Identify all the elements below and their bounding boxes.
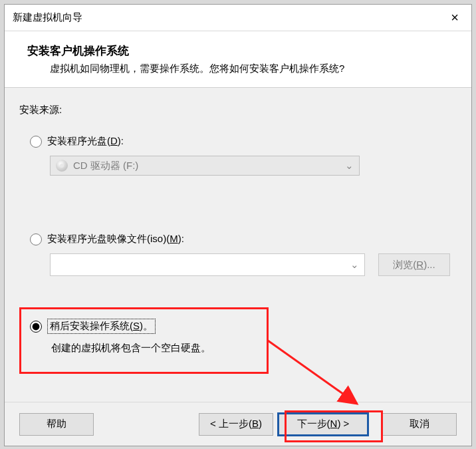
text: 稍后安装操作系统(	[50, 320, 133, 331]
close-icon: ×	[451, 10, 459, 25]
text: ) >	[337, 418, 349, 429]
wizard-header: 安装客户机操作系统 虚拟机如同物理机，需要操作系统。您将如何安装客户机操作系统?	[5, 31, 471, 88]
text: 安装程序光盘(	[47, 135, 110, 146]
cancel-button[interactable]: 取消	[382, 413, 457, 436]
browse-button[interactable]: 浏览(R)...	[378, 253, 450, 276]
iso-path-combo[interactable]: ⌄	[50, 253, 365, 276]
text: < 上一步(	[210, 418, 252, 429]
chevron-down-icon: ⌄	[345, 160, 354, 172]
chevron-down-icon: ⌄	[350, 259, 359, 271]
install-source-group: 安装程序光盘(D): CD 驱动器 (F:) ⌄ 安装程序光盘映像文件(iso)…	[30, 135, 457, 355]
back-button-label: < 上一步(B)	[210, 418, 262, 430]
option-install-later[interactable]: 稍后安装操作系统(S)。	[30, 319, 457, 334]
option-installer-disc-label: 安装程序光盘(D):	[47, 135, 124, 148]
hotkey: S	[133, 320, 140, 331]
help-button-label: 帮助	[47, 418, 66, 430]
help-button[interactable]: 帮助	[19, 413, 94, 436]
option-install-later-label: 稍后安装操作系统(S)。	[47, 319, 156, 334]
radio-iso-file[interactable]	[30, 233, 42, 245]
install-later-hint: 创建的虚拟机将包含一个空白硬盘。	[51, 342, 457, 355]
radio-install-later[interactable]	[30, 321, 42, 333]
text: ):	[178, 233, 184, 244]
text: 浏览(	[393, 259, 416, 270]
drive-select-value: CD 驱动器 (F:)	[73, 160, 138, 172]
next-button-label: 下一步(N) >	[297, 418, 350, 430]
cancel-button-label: 取消	[410, 418, 429, 430]
hotkey: M	[170, 233, 178, 244]
source-label: 安装来源:	[19, 104, 457, 116]
page-subtitle: 虚拟机如同物理机，需要操作系统。您将如何安装客户机操作系统?	[50, 63, 453, 75]
hotkey: D	[110, 135, 118, 146]
text: )...	[423, 259, 435, 270]
close-button[interactable]: ×	[439, 5, 470, 31]
titlebar: 新建虚拟机向导 ×	[5, 5, 471, 31]
wizard-window: 新建虚拟机向导 × 安装客户机操作系统 虚拟机如同物理机，需要操作系统。您将如何…	[4, 4, 472, 446]
browse-button-label: 浏览(R)...	[393, 259, 435, 271]
disc-icon	[56, 160, 68, 172]
window-title: 新建虚拟机向导	[13, 11, 82, 24]
text: )。	[140, 320, 153, 331]
wizard-footer: 帮助 < 上一步(B) 下一步(N) > 取消	[5, 402, 471, 446]
text: 下一步(	[297, 418, 330, 429]
iso-row: ⌄ 浏览(R)...	[50, 253, 457, 276]
next-button[interactable]: 下一步(N) >	[277, 412, 369, 436]
hotkey: R	[416, 259, 423, 270]
text: )	[259, 418, 262, 429]
text: 安装程序光盘映像文件(iso)(	[47, 233, 170, 244]
radio-installer-disc[interactable]	[30, 136, 42, 148]
drive-select[interactable]: CD 驱动器 (F:) ⌄	[50, 156, 360, 176]
option-iso-file[interactable]: 安装程序光盘映像文件(iso)(M):	[30, 233, 457, 245]
option-installer-disc[interactable]: 安装程序光盘(D):	[30, 135, 457, 148]
hotkey: B	[252, 418, 259, 429]
page-title: 安装客户机操作系统	[27, 43, 453, 59]
text: ):	[118, 135, 124, 146]
back-button[interactable]: < 上一步(B)	[199, 413, 273, 436]
hotkey: N	[330, 418, 338, 429]
option-iso-file-label: 安装程序光盘映像文件(iso)(M):	[47, 233, 184, 245]
wizard-body: 安装来源: 安装程序光盘(D): CD 驱动器 (F:) ⌄ 安装程序光盘映像文…	[5, 88, 471, 402]
